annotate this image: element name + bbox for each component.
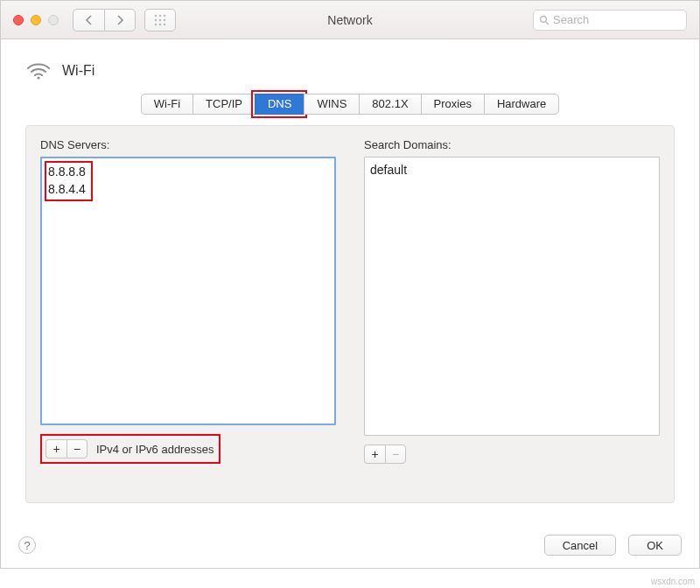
wifi-icon	[25, 60, 52, 81]
svg-point-6	[155, 23, 158, 25]
dns-entry[interactable]: 8.8.4.4	[48, 180, 86, 198]
search-domains-label: Search Domains:	[364, 138, 660, 151]
footer: ? Cancel OK	[18, 535, 682, 556]
search-domain-entry[interactable]: default	[370, 161, 654, 178]
tab-wins[interactable]: WINS	[304, 94, 359, 115]
forward-button[interactable]	[104, 9, 136, 32]
annotation-highlight: 8.8.8.8 8.8.4.4	[45, 161, 93, 201]
dns-servers-list[interactable]: 8.8.8.8 8.8.4.4	[40, 157, 336, 425]
interface-name: Wi-Fi	[62, 63, 94, 79]
titlebar: Network Search	[1, 1, 699, 39]
interface-header: Wi-Fi	[25, 60, 675, 81]
dns-remove-button[interactable]: −	[66, 439, 88, 458]
source-watermark: wsxdn.com	[651, 577, 695, 586]
svg-point-3	[155, 18, 158, 21]
domain-add-button[interactable]: +	[364, 444, 385, 464]
nav-buttons	[73, 9, 176, 32]
search-placeholder: Search	[553, 13, 589, 26]
tab-hardware[interactable]: Hardware	[484, 94, 559, 115]
search-icon	[539, 15, 550, 25]
show-all-button[interactable]	[144, 9, 176, 32]
back-button[interactable]	[73, 9, 104, 32]
tab-8021x[interactable]: 802.1X	[359, 94, 420, 115]
svg-point-4	[159, 18, 162, 21]
dns-add-remove: + −	[46, 439, 88, 458]
tab-row: Wi-Fi TCP/IP DNS WINS 802.1X Proxies Har…	[141, 94, 560, 115]
content: Wi-Fi Wi-Fi TCP/IP DNS WINS 802.1X Proxi…	[1, 39, 699, 517]
tab-wifi[interactable]: Wi-Fi	[141, 94, 192, 115]
svg-point-2	[164, 14, 166, 17]
close-window-button[interactable]	[13, 15, 24, 25]
search-input[interactable]: Search	[533, 10, 687, 31]
dns-servers-column: DNS Servers: 8.8.8.8 8.8.4.4 + −	[40, 138, 336, 464]
help-button[interactable]: ?	[18, 536, 36, 554]
cancel-button[interactable]: Cancel	[544, 535, 616, 556]
svg-point-9	[541, 16, 547, 22]
svg-point-11	[37, 76, 39, 79]
dns-panel: DNS Servers: 8.8.8.8 8.8.4.4 + −	[25, 125, 675, 503]
tabs: Wi-Fi TCP/IP DNS WINS 802.1X Proxies Har…	[25, 94, 675, 115]
tab-tcpip[interactable]: TCP/IP	[192, 94, 255, 115]
dns-hint: IPv4 or IPv6 addresses	[96, 443, 214, 456]
chevron-right-icon	[116, 15, 124, 25]
svg-point-0	[155, 14, 158, 17]
ok-button[interactable]: OK	[628, 535, 682, 556]
tab-proxies[interactable]: Proxies	[421, 94, 484, 115]
svg-point-5	[164, 18, 166, 21]
domain-remove-button: −	[385, 444, 406, 464]
network-preferences-window: Network Search Wi-Fi Wi-Fi TCP/IP DNS WI…	[0, 0, 700, 569]
svg-point-1	[159, 14, 162, 17]
domain-add-remove: + −	[364, 444, 406, 464]
svg-point-8	[164, 23, 166, 25]
dns-entry[interactable]: 8.8.8.8	[48, 163, 86, 180]
grid-icon	[154, 14, 166, 26]
dns-servers-label: DNS Servers:	[40, 138, 336, 151]
svg-point-7	[159, 23, 162, 25]
svg-line-10	[546, 22, 549, 24]
search-domains-column: Search Domains: default + −	[364, 138, 660, 464]
tab-dns[interactable]: DNS	[255, 94, 304, 115]
traffic-lights	[1, 15, 59, 25]
dns-add-button[interactable]: +	[46, 439, 66, 458]
chevron-left-icon	[85, 15, 93, 25]
minimize-window-button[interactable]	[31, 15, 41, 25]
zoom-window-button	[48, 15, 59, 25]
search-domains-list[interactable]: default	[364, 157, 660, 436]
annotation-highlight: + − IPv4 or IPv6 addresses	[40, 434, 220, 464]
